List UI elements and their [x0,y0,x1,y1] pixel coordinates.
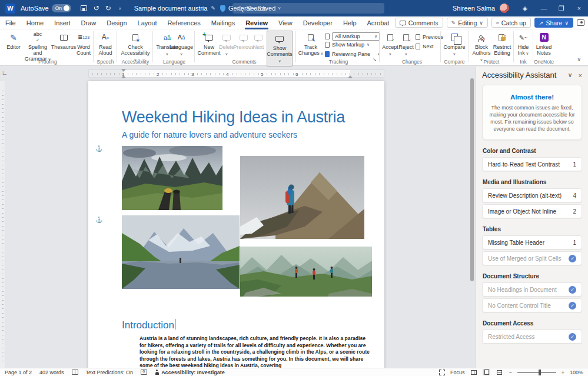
section-heading[interactable]: Introduction [122,320,174,331]
linked-notes-button[interactable]: NLinked Notes [534,31,553,56]
focus-button[interactable]: Focus [450,370,465,375]
undo-icon[interactable]: ↺ [91,4,102,12]
tab-mailings[interactable]: Mailings [206,16,240,29]
quick-access-customize-icon[interactable]: ▿ [114,6,126,11]
issue-image-not-inline[interactable]: Image or Object Not Inline2 [482,204,582,218]
zoom-slider[interactable] [517,372,556,373]
vertical-scrollbar[interactable] [470,78,474,281]
collapse-ribbon-icon[interactable]: ∨ [577,56,581,62]
hide-ink-button[interactable]: ✎~Hide Ink [515,31,531,56]
compare-button[interactable]: Compare [443,31,466,57]
next-comment-button[interactable]: Next [251,31,266,50]
issue-missing-table-header[interactable]: Missing Table Header1 [482,235,582,249]
object-anchor-icon[interactable]: ⚓ [95,145,102,152]
gem-icon[interactable]: ◈ [515,5,535,12]
issue-no-content-control-title[interactable]: No Content Control Title✓ [482,298,582,312]
issue-no-headings[interactable]: No Headings in Document✓ [482,282,582,297]
tab-file[interactable]: File [0,16,21,29]
redo-icon[interactable]: ↻ [102,4,114,12]
document-heading-title[interactable]: Weekend Hiking Ideas in Austria [122,108,345,127]
panel-close-icon[interactable]: × [579,72,582,79]
previous-change-button[interactable]: Previous [416,34,443,40]
tab-draw[interactable]: Draw [76,16,102,29]
display-for-review-select[interactable]: All Markup∨ [332,32,380,41]
avatar[interactable] [500,4,509,13]
document-page[interactable]: Weekend Hiking Ideas in Austria A guide … [88,81,384,368]
track-changes-icon: ✎ [308,31,314,44]
left-indent-marker[interactable] [121,75,126,78]
page-indicator[interactable]: Page 1 of 2 [5,370,32,375]
tab-review[interactable]: Review [240,16,273,29]
close-button[interactable]: × [570,0,588,16]
search-input[interactable]: Search [232,3,384,14]
track-changes-button[interactable]: ✎Track Changes [298,31,324,56]
web-layout-button[interactable] [496,369,503,375]
editor-status-icon[interactable] [141,370,147,375]
document-subtitle[interactable]: A guide for nature lovers and adventure … [122,130,297,139]
block-authors-button[interactable]: ⊘Block Authors [471,31,492,63]
restrict-editing-button[interactable]: Restrict Editing [492,31,512,56]
tab-layout[interactable]: Layout [132,16,162,29]
thesaurus-button[interactable]: Thesaurus [52,31,75,50]
document-title[interactable]: Sample document austria [134,5,208,12]
photo-mountain-peaks-boots[interactable] [122,146,222,210]
feedback-icon[interactable] [577,19,584,26]
editor-button[interactable]: ✎Editor [4,31,24,50]
word-count-status[interactable]: 402 words [39,370,64,375]
check-accessibility-button[interactable]: ★Check Accessibility [119,31,151,63]
tab-stop-selector[interactable]: ∟ [2,69,8,76]
read-mode-button[interactable] [470,369,477,375]
accessibility-status[interactable]: Accessibility: Investigate [155,370,225,375]
zoom-in-button[interactable]: + [562,370,564,375]
editing-mode-button[interactable]: ✎Editing∨ [447,18,488,28]
text-predictions-status[interactable]: Text Predictions: On [86,370,134,375]
proofing-status-icon[interactable] [72,370,78,375]
tab-references[interactable]: References [162,16,206,29]
tracking-dialog-launcher[interactable]: ↘ [373,57,377,62]
reviewing-pane-button[interactable]: Reviewing Pane∨ [325,51,380,57]
reject-button[interactable]: ×Reject [398,31,414,57]
zoom-slider-thumb[interactable] [539,370,541,375]
autosave-toggle[interactable]: AutoSave On [21,4,71,12]
save-icon[interactable] [81,5,87,11]
language-button[interactable]: AáLanguage [170,31,193,57]
issue-hard-to-read-contrast[interactable]: Hard-to-Read Text Contrast1 [482,157,582,171]
minimize-button[interactable]: — [535,0,553,16]
tab-help[interactable]: Help [338,16,362,29]
tab-home[interactable]: Home [21,16,49,29]
tab-design[interactable]: Design [101,16,132,29]
photo-lake-reflection[interactable] [122,215,240,289]
photo-hikers-group-ridge[interactable] [240,247,372,297]
document-activity-icon[interactable]: ✎ [211,5,215,11]
body-paragraph[interactable]: Austria is a land of stunning landscapes… [139,335,370,368]
first-line-indent-marker[interactable] [121,69,126,72]
tab-view[interactable]: View [273,16,298,29]
read-aloud-button[interactable]: A»Read Aloud [95,31,115,56]
tab-developer[interactable]: Developer [298,16,338,29]
vertical-ruler[interactable] [0,81,5,368]
catch-up-button[interactable]: ≈Catch up [491,18,531,28]
object-anchor-icon[interactable]: ⚓ [95,217,102,223]
share-button[interactable]: ↗Share∨ [534,18,573,28]
word-logo-icon[interactable]: W [5,4,15,14]
show-markup-button[interactable]: Show Markup∨ [325,42,370,48]
issue-merged-split-cells[interactable]: Use of Merged or Split Cells✓ [482,251,582,265]
panel-chevron-down-icon[interactable]: ∨ [568,71,573,79]
zoom-out-button[interactable]: − [509,370,511,375]
word-count-button[interactable]: ≣123Word Count [74,31,93,56]
tab-acrobat[interactable]: Acrobat [362,16,395,29]
issue-restricted-access[interactable]: Restricted Access✓ [482,330,582,344]
issue-review-alt-text[interactable]: Review Description (alt-text)4 [482,188,582,202]
horizontal-ruler[interactable]: 1 2 3 4 5 6 [88,69,384,78]
accept-button[interactable]: ✓Accept [381,31,399,57]
delete-comment-button[interactable]: Delete [218,31,235,57]
right-indent-marker[interactable] [348,75,353,78]
restore-button[interactable]: ❐ [553,0,570,16]
spelling-grammar-button[interactable]: abc✓Spelling and Grammar [24,31,52,62]
next-change-button[interactable]: Next [416,44,434,49]
photo-ridge-hiker[interactable] [240,156,364,239]
comments-button[interactable]: Comments [395,18,443,28]
print-layout-button[interactable] [483,369,490,375]
zoom-level[interactable]: 100% [570,370,583,375]
tab-insert[interactable]: Insert [49,16,76,29]
